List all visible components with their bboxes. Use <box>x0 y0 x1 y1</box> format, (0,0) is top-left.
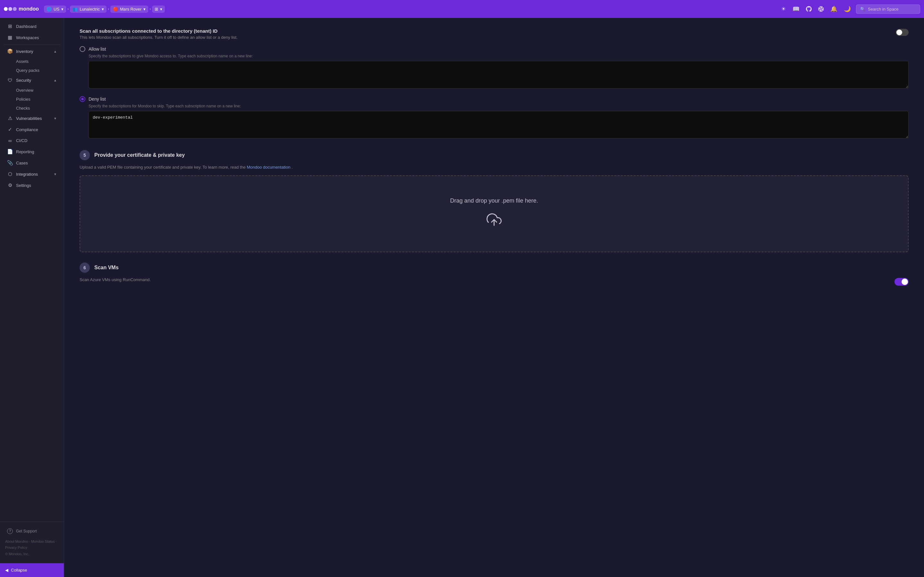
step5-section: 5 Provide your certificate & private key… <box>79 150 909 252</box>
privacy-policy-link[interactable]: Privacy Policy <box>5 546 27 550</box>
sidebar-label-compliance: Compliance <box>16 127 38 132</box>
deny-list-desc: Specify the subscriptions for Mondoo to … <box>89 104 909 108</box>
sidebar-label-overview: Overview <box>16 88 33 93</box>
allow-list-group: Allow list Specify the subscriptions to … <box>79 46 909 90</box>
sidebar-item-get-support[interactable]: ? Get Support <box>2 526 62 536</box>
space-icon: 🔴 <box>113 7 118 11</box>
breadcrumb-space[interactable]: 🔴 Mars Rover ▾ <box>110 5 148 13</box>
theme-toggle-button[interactable]: 🌙 <box>843 4 852 14</box>
sidebar-item-assets[interactable]: Assets <box>2 57 62 66</box>
mondoo-status-link[interactable]: Mondoo Status <box>31 540 55 543</box>
sidebar-item-cicd[interactable]: ∞ CI/CD <box>2 135 62 146</box>
sidebar-label-checks: Checks <box>16 106 30 111</box>
sidebar-footer-links: About Mondoo · Mondoo Status · Privacy P… <box>0 537 64 559</box>
scan-subscriptions-toggle[interactable] <box>896 29 909 36</box>
sidebar-nav: ⊞ Dashboard ▦ Workspaces 📦 Inventory ▲ A… <box>0 18 64 522</box>
chevron-down-icon: ▾ <box>144 7 145 11</box>
sidebar-item-overview[interactable]: Overview <box>2 86 62 95</box>
step6-description: Scan Azure VMs using RunCommand. <box>79 277 151 282</box>
chevron-down-icon: ▾ <box>102 7 104 11</box>
chevron-down-icon: ▾ <box>160 7 162 11</box>
breadcrumb-separator: › <box>67 7 69 11</box>
sidebar-label-get-support: Get Support <box>16 529 37 533</box>
docs-icon-button[interactable]: 📖 <box>791 4 801 14</box>
sidebar-item-settings[interactable]: ⚙ Settings <box>2 180 62 191</box>
search-box[interactable]: 🔍 Search in Space <box>856 5 920 14</box>
sidebar-divider-1 <box>4 44 60 45</box>
org-icon: 👥 <box>73 7 78 11</box>
github-icon-button[interactable] <box>804 5 813 13</box>
scan-subscriptions-toggle-row: Scan all subscriptions connected to the … <box>79 28 909 40</box>
breadcrumb-region-label: US <box>53 7 59 11</box>
sidebar-item-compliance[interactable]: ✓ Compliance <box>2 124 62 135</box>
chevron-down-icon-int: ▼ <box>53 172 57 176</box>
deny-list-radio[interactable] <box>79 96 86 102</box>
breadcrumb-space-label: Mars Rover <box>120 7 142 11</box>
collapse-label: Collapse <box>11 568 27 572</box>
sidebar-section-inventory[interactable]: 📦 Inventory ▲ <box>2 46 62 57</box>
logo-text: mondoo <box>19 6 39 12</box>
about-mondoo-link[interactable]: About Mondoo <box>5 540 28 543</box>
step5-description: Upload a valid PEM file containing your … <box>79 165 909 169</box>
deny-list-textarea[interactable]: dev-experimental <box>89 111 909 139</box>
collapse-button[interactable]: ◀ Collapse <box>0 563 64 577</box>
sidebar-section-integrations[interactable]: ⬡ Integrations ▼ <box>2 169 62 179</box>
sidebar: ⊞ Dashboard ▦ Workspaces 📦 Inventory ▲ A… <box>0 18 64 577</box>
chevron-down-icon: ▾ <box>61 7 63 11</box>
allow-list-textarea[interactable] <box>89 61 909 89</box>
step6-section: 6 Scan VMs Scan Azure VMs using RunComma… <box>79 263 909 288</box>
sidebar-label-reporting: Reporting <box>16 149 34 154</box>
settings-icon: ⚙ <box>7 182 13 188</box>
chevron-up-icon-2: ▲ <box>53 79 57 82</box>
sidebar-item-reporting[interactable]: 📄 Reporting <box>2 146 62 157</box>
sidebar-label-policies: Policies <box>16 97 31 102</box>
deny-list-group: Deny list Specify the subscriptions for … <box>79 96 909 140</box>
sidebar-section-vulnerabilities[interactable]: ⚠ Vulnerabilities ▼ <box>2 113 62 124</box>
sidebar-label-assets: Assets <box>16 59 29 64</box>
chevron-down-icon-vuln: ▼ <box>53 117 57 120</box>
mondoo-docs-link[interactable]: Mondoo documentation <box>247 165 290 169</box>
security-icon: 🛡 <box>7 77 13 83</box>
sun-icon-button[interactable]: ☀ <box>780 4 787 14</box>
pem-drop-zone[interactable]: Drag and drop your .pem file here. <box>79 175 909 252</box>
breadcrumb-region[interactable]: 🌐 US ▾ <box>44 5 66 13</box>
reporting-icon: 📄 <box>7 149 13 155</box>
scan-vms-row: Scan Azure VMs using RunCommand. <box>79 277 909 288</box>
globe-icon: 🌐 <box>47 7 52 11</box>
sidebar-label-dashboard: Dashboard <box>16 24 37 29</box>
logo-icon <box>4 7 17 11</box>
search-placeholder: Search in Space <box>868 7 898 11</box>
sidebar-item-cases[interactable]: 📎 Cases <box>2 157 62 168</box>
scan-vms-toggle[interactable] <box>895 278 909 285</box>
sidebar-section-security[interactable]: 🛡 Security ▲ <box>2 75 62 85</box>
scan-vms-toggle-knob <box>901 279 908 285</box>
logo[interactable]: mondoo <box>4 6 39 12</box>
sidebar-label-vulnerabilities: Vulnerabilities <box>16 116 42 121</box>
cicd-icon: ∞ <box>7 138 13 143</box>
deny-list-radio-label[interactable]: Deny list <box>79 96 909 102</box>
sidebar-label-query-packs: Query packs <box>16 68 39 73</box>
allow-list-desc: Specify the subscriptions to give Mondoo… <box>89 54 909 58</box>
sidebar-item-checks[interactable]: Checks <box>2 104 62 113</box>
breadcrumb-org[interactable]: 👥 Lunalectric ▾ <box>70 5 107 13</box>
top-navigation: mondoo 🌐 US ▾ › 👥 Lunalectric ▾ › 🔴 Mars… <box>0 0 924 18</box>
bell-icon-button[interactable]: 🔔 <box>829 4 838 14</box>
sidebar-item-policies[interactable]: Policies <box>2 95 62 103</box>
sidebar-label-settings: Settings <box>16 183 31 188</box>
collapse-arrow-icon: ◀ <box>5 568 8 572</box>
step5-number: 5 <box>79 150 90 160</box>
allow-list-radio-label[interactable]: Allow list <box>79 46 909 52</box>
search-icon: 🔍 <box>860 7 865 11</box>
upload-cloud-icon <box>486 212 502 230</box>
sidebar-item-query-packs[interactable]: Query packs <box>2 66 62 75</box>
breadcrumb-separator-2: › <box>108 7 109 11</box>
compliance-icon: ✓ <box>7 127 13 132</box>
cases-icon: 📎 <box>7 160 13 166</box>
allow-list-radio[interactable] <box>79 46 86 52</box>
slack-icon-button[interactable] <box>817 5 825 13</box>
sidebar-item-workspaces[interactable]: ▦ Workspaces <box>2 32 62 43</box>
breadcrumb-grid[interactable]: ⊞ ▾ <box>152 5 165 13</box>
sidebar-item-dashboard[interactable]: ⊞ Dashboard <box>2 21 62 32</box>
toggle-knob <box>897 29 902 35</box>
drop-zone-text: Drag and drop your .pem file here. <box>450 197 538 204</box>
